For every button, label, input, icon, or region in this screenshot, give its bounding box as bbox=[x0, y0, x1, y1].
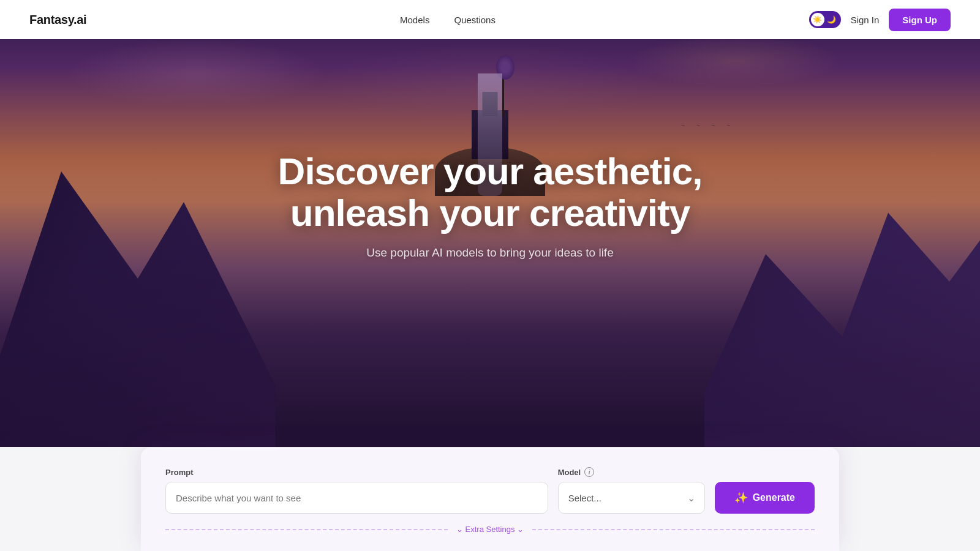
navbar: Fantasy.ai Models Questions ☀️ 🌙 Sign In… bbox=[0, 0, 980, 39]
prompt-section: Prompt Model i Select... ✨ Generate ⌄ Ex… bbox=[141, 448, 839, 551]
model-label: Model i bbox=[558, 467, 705, 477]
nav-link-questions[interactable]: Questions bbox=[454, 15, 496, 25]
dashed-line-left bbox=[165, 529, 448, 530]
hero-title: Discover your aesthetic, unleash your cr… bbox=[214, 151, 766, 234]
moon-icon: 🌙 bbox=[827, 15, 836, 24]
nav-link-models[interactable]: Models bbox=[400, 15, 429, 25]
extra-settings-toggle[interactable]: ⌄ Extra Settings ⌄ bbox=[448, 525, 533, 534]
generate-button[interactable]: ✨ Generate bbox=[715, 482, 815, 514]
wand-icon: ✨ bbox=[734, 491, 748, 504]
model-group: Model i Select... bbox=[558, 467, 705, 514]
logo: Fantasy.ai bbox=[29, 13, 86, 27]
signup-button[interactable]: Sign Up bbox=[889, 9, 951, 31]
prompt-row: Prompt Model i Select... ✨ Generate bbox=[165, 467, 815, 514]
model-info-icon: i bbox=[584, 467, 594, 477]
model-select[interactable]: Select... bbox=[558, 482, 705, 514]
model-select-wrapper: Select... bbox=[558, 482, 705, 514]
hero-subtitle: Use popular AI models to bring your idea… bbox=[214, 246, 766, 260]
prompt-input[interactable] bbox=[165, 482, 548, 514]
nav-links: Models Questions bbox=[400, 15, 496, 25]
extra-settings-row: ⌄ Extra Settings ⌄ bbox=[165, 525, 815, 534]
prompt-group: Prompt bbox=[165, 468, 548, 514]
hero-section: ~ ~ ~ ~ Discover your aesthetic, unleash… bbox=[0, 0, 980, 447]
prompt-label: Prompt bbox=[165, 468, 548, 477]
theme-toggle[interactable]: ☀️ 🌙 bbox=[809, 11, 841, 28]
signin-button[interactable]: Sign In bbox=[851, 15, 880, 25]
hero-content: Discover your aesthetic, unleash your cr… bbox=[214, 151, 766, 260]
dashed-line-right bbox=[532, 529, 815, 530]
sun-icon: ☀️ bbox=[811, 13, 824, 26]
nav-actions: ☀️ 🌙 Sign In Sign Up bbox=[809, 9, 951, 31]
